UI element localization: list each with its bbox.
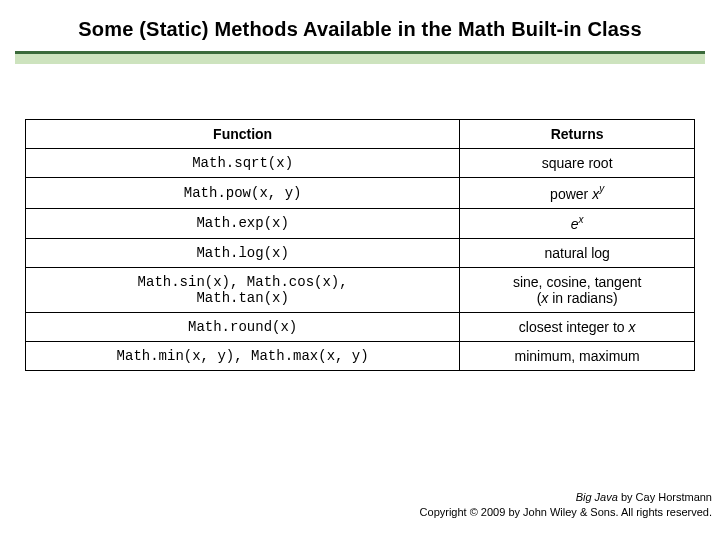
- cell-function: Math.sqrt(x): [26, 149, 460, 178]
- table-row: Math.sin(x), Math.cos(x),Math.tan(x)sine…: [26, 268, 695, 313]
- page-title: Some (Static) Methods Available in the M…: [0, 18, 720, 41]
- header-function: Function: [26, 120, 460, 149]
- cell-returns: sine, cosine, tangent(x in radians): [460, 268, 695, 313]
- methods-table: Function Returns Math.sqrt(x)square root…: [25, 119, 695, 371]
- cell-function: Math.min(x, y), Math.max(x, y): [26, 342, 460, 371]
- methods-table-wrap: Function Returns Math.sqrt(x)square root…: [25, 119, 695, 371]
- footer-line2: Copyright © 2009 by John Wiley & Sons. A…: [420, 505, 712, 520]
- footer: Big Java by Cay Horstmann Copyright © 20…: [420, 490, 712, 520]
- header-returns: Returns: [460, 120, 695, 149]
- table-header-row: Function Returns: [26, 120, 695, 149]
- cell-function: Math.sin(x), Math.cos(x),Math.tan(x): [26, 268, 460, 313]
- cell-returns: natural log: [460, 239, 695, 268]
- cell-function: Math.round(x): [26, 313, 460, 342]
- cell-returns: ex: [460, 208, 695, 239]
- cell-returns: square root: [460, 149, 695, 178]
- cell-returns: closest integer to x: [460, 313, 695, 342]
- table-row: Math.round(x)closest integer to x: [26, 313, 695, 342]
- table-row: Math.log(x)natural log: [26, 239, 695, 268]
- cell-function: Math.pow(x, y): [26, 178, 460, 209]
- cell-returns: minimum, maximum: [460, 342, 695, 371]
- rule-light: [15, 54, 705, 64]
- table-row: Math.exp(x)ex: [26, 208, 695, 239]
- cell-function: Math.exp(x): [26, 208, 460, 239]
- cell-returns: power xy: [460, 178, 695, 209]
- table-row: Math.min(x, y), Math.max(x, y)minimum, m…: [26, 342, 695, 371]
- footer-line1: Big Java by Cay Horstmann: [420, 490, 712, 505]
- cell-function: Math.log(x): [26, 239, 460, 268]
- table-row: Math.sqrt(x)square root: [26, 149, 695, 178]
- table-row: Math.pow(x, y)power xy: [26, 178, 695, 209]
